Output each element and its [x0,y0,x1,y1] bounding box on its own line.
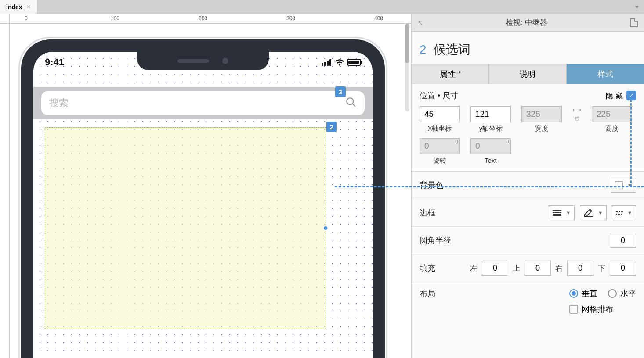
search-input[interactable]: 搜索 [41,91,365,115]
x-label: X轴坐标 [427,125,452,133]
radio-checked-icon [569,289,578,298]
section-border: 边框 ▼ ▼ ▼ [412,199,644,227]
padding-label: 填充 [420,263,435,273]
footnote-badge-3[interactable]: 3 [335,86,346,97]
annotation-connector [630,99,632,187]
chevron-down-icon: ▼ [566,210,571,215]
pad-right-input[interactable] [567,261,593,276]
phone-frame: 9:41 [18,37,387,358]
section-position: 位置 • 尺寸 隐 藏 ✓ X轴坐标 y轴坐标 宽度 [412,84,644,172]
border-width-picker[interactable]: ▼ [549,205,575,220]
border-color-picker[interactable]: ▼ [580,205,607,220]
search-icon [345,97,357,110]
widget-count: 2 [420,43,427,57]
ruler-mark: 200 [199,15,207,21]
tab-notes-label: 说明 [520,69,535,79]
background-color-picker[interactable]: ▼ [611,178,636,193]
camera-icon [222,58,228,64]
section-radius: 圆角半径 [412,227,644,254]
height-input [592,106,632,122]
text-rotation-label: Text [485,157,497,164]
widget-name-row: 2 候选词 [412,32,644,64]
checkbox-icon [569,305,578,314]
inspector-title: 检视: 中继器 [506,18,547,28]
tab-bar: index × ▼ [0,0,644,14]
popout-icon[interactable]: ↖ [418,19,423,26]
speaker-icon [177,59,209,63]
ruler-mark: 0 [25,15,28,21]
tab-index[interactable]: index × [0,0,37,14]
radius-label: 圆角半径 [420,235,451,246]
document-icon[interactable] [630,18,638,27]
annotation-connector [335,186,644,187]
status-time: 9:41 [45,57,64,68]
tab-label: index [6,4,22,11]
search-placeholder: 搜索 [49,97,69,110]
widget-name-input[interactable]: 候选词 [434,41,470,58]
section-layout: 布局 垂直 水平 网格排布 [412,282,644,321]
layout-vertical-radio[interactable]: 垂直 [569,288,597,299]
pad-bottom-input[interactable] [610,261,636,276]
layout-horizontal-radio[interactable]: 水平 [608,288,636,299]
lock-aspect-icon[interactable]: ⟷▢ [572,106,581,133]
tab-menu-chevron-icon[interactable]: ▼ [634,4,640,10]
chevron-down-icon: ▼ [627,210,632,215]
position-title: 位置 • 尺寸 [420,90,458,101]
layout-horizontal-label: 水平 [620,288,636,299]
ruler-mark: 100 [111,15,119,21]
svg-point-0 [347,98,353,104]
pad-left-label: 左 [470,263,478,273]
text-rotation-input [470,138,511,154]
repeater-widget[interactable] [45,127,326,329]
tab-properties[interactable]: 属性 * [412,64,489,84]
pad-top-label: 上 [513,263,520,273]
footnote-badge-2[interactable]: 2 [326,121,337,132]
ruler-horizontal: 0 100 200 300 400 [10,14,411,24]
signal-icon [322,59,331,66]
tab-style-label: 样式 [597,69,613,79]
ruler-corner [0,14,10,24]
line-weight-icon [553,210,561,216]
ruler-vertical [0,24,10,358]
tab-close-icon[interactable]: × [27,3,31,11]
pad-bottom-label: 下 [598,263,605,273]
tab-notes[interactable]: 说明 [489,64,566,84]
tab-strip: ▼ [37,0,644,14]
chevron-down-icon: ▼ [598,210,603,215]
battery-icon [347,59,361,66]
y-label: y轴坐标 [479,125,503,133]
svg-line-1 [352,104,355,107]
layout-grid-checkbox[interactable]: 网格排布 [569,304,636,315]
tab-style[interactable]: 样式 [567,64,644,84]
layout-grid-label: 网格排布 [582,304,613,315]
radio-icon [608,289,617,298]
pad-left-input[interactable] [482,261,508,276]
inspector-header: ↖ 检视: 中继器 [412,14,644,32]
width-label: 宽度 [535,125,548,133]
pencil-icon [584,208,593,217]
line-style-icon [616,211,623,215]
ruler-mark: 400 [374,15,383,21]
pad-right-label: 右 [555,263,563,273]
layout-label: 布局 [420,288,435,299]
height-label: 高度 [605,125,619,133]
tab-dirty-indicator: * [458,70,461,78]
scrollbar-thumb[interactable] [405,24,409,63]
wifi-icon [335,59,344,66]
tab-properties-label: 属性 [440,69,456,79]
radius-input[interactable] [610,233,636,248]
canvas[interactable]: 9:41 [10,24,411,358]
border-label: 边框 [420,208,435,218]
rotation-label: 旋转 [433,157,446,165]
border-style-picker[interactable]: ▼ [612,205,636,220]
selection-handle[interactable] [323,226,328,230]
y-input[interactable] [470,106,511,122]
background-label: 背景色 [420,180,443,190]
section-padding: 填充 左 上 右 下 [412,254,644,282]
x-input[interactable] [420,106,460,122]
svg-rect-2 [584,216,593,217]
layout-vertical-label: 垂直 [582,288,597,299]
swatch-icon [615,181,623,189]
section-background: 背景色 ▼ [412,172,644,199]
pad-top-input[interactable] [525,261,551,276]
